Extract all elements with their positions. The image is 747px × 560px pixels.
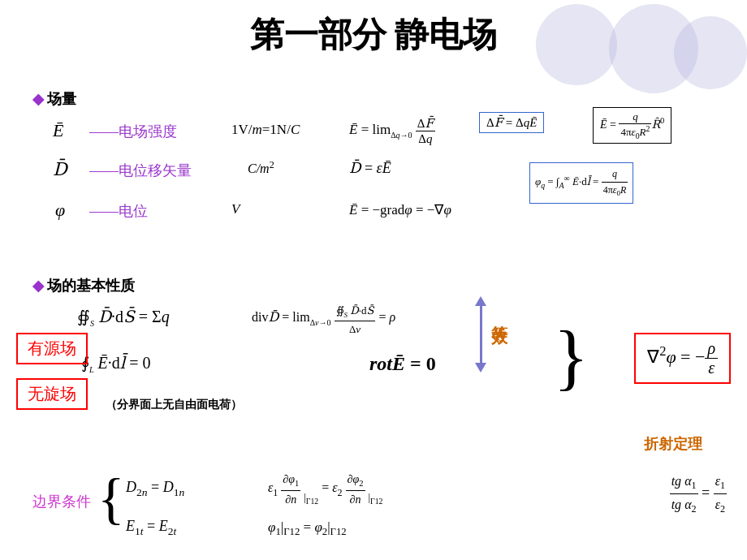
eq-D-eps-E: D̄ = εĒ [349,159,391,177]
field-D-symbol: D̄ [53,159,67,180]
eq-E-grad: Ē = −gradφ = −∇φ [349,201,451,218]
boundary-brace: { [97,471,125,528]
field-E-unit: 1V/m=1N/C [231,122,300,138]
boundary-condition-label: 边界条件 [32,492,91,511]
page-title: 第一部分 静电场 [250,12,498,58]
circle-3 [674,16,747,89]
eq-phi-boundary2: φ1|Γ12 = φ2|Γ12 [268,519,347,538]
source-field-box: 有源场 [16,333,88,364]
right-brace: } [554,321,589,394]
eq-E-point-box: Ē = q4πε0R2R̂0 [593,107,671,144]
arrow-down [475,363,486,373]
field-phi-symbol: φ [55,200,65,221]
double-arrow [475,296,486,373]
field-phi-label: ——电位 [89,201,148,221]
field-D-label: ——电位移矢量 [89,161,192,180]
eq-deltaF-box: ΔF̄ = ΔqĒ [479,112,544,133]
eq-E-limit: Ē = limΔq→0 ΔF̄Δq [349,116,435,146]
eq-E-boundary: E1t = E2t [126,518,176,538]
boundary-note: （分界面上无自由面电荷） [106,398,242,412]
field-E-label: ——电场强度 [89,122,177,141]
eq-phi-q-box: φq = ∫A∞ Ē·dl̄ = q4πε0R [529,162,633,204]
circle-1 [536,4,617,85]
equal-effect-label: 等效 [489,312,511,319]
eq-D-boundary: D2n = D1n [126,479,184,499]
eq-rot-E: rotĒ = 0 [369,353,436,375]
eq-curl-E: ∮L Ē·dl̄ = 0 [81,353,150,374]
eq-tg-ratio: tg α1tg α2 = ε1ε2 [670,471,727,518]
laplace-box: ∇2φ = −ρε [634,333,731,384]
refraction-theorem-label: 折射定理 [644,434,702,454]
section2-header: 场的基本性质 [32,276,135,295]
field-E-symbol: Ē [53,120,63,141]
no-curl-field-box: 无旋场 [16,378,88,410]
slide-page: 第一部分 静电场 场量 Ē ——电场强度 1V/m=1N/C Ē = limΔq… [0,0,747,560]
arrow-shaft [480,306,482,363]
eq-gauss: ∯S D̄·dS̄ = Σq [77,307,170,328]
section1-header: 场量 [32,89,76,109]
field-D-unit: C/m2 [248,159,274,176]
decorative-circles [520,0,747,106]
arrow-up [475,296,486,306]
eq-div-D: divD̄ = limΔv→0 ∯S D̄·dS̄Δv = ρ [252,300,395,338]
eq-phi-boundary1: ε1 ∂φ1∂n |Γ12 = ε2 ∂φ2∂n |Γ12 [268,471,383,508]
field-phi-unit: V [231,201,240,218]
